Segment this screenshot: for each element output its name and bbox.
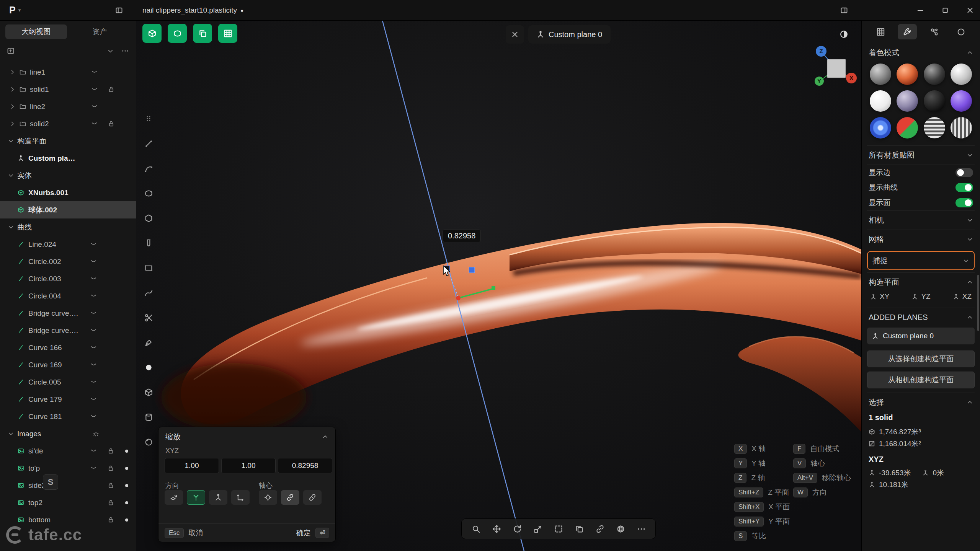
shading-purple[interactable] — [951, 90, 972, 112]
hide-toggle-icon[interactable] — [87, 293, 100, 299]
render-sphere-button[interactable] — [615, 523, 626, 535]
hide-toggle-icon[interactable] — [87, 241, 100, 248]
search-button[interactable] — [470, 523, 482, 535]
toolstrip-drag-handle[interactable] — [141, 111, 156, 126]
hide-toggle-icon[interactable] — [87, 413, 100, 420]
tree-item-image[interactable]: side2 — [0, 477, 136, 494]
pivot-unlink-button[interactable] — [303, 490, 322, 505]
hide-toggle-icon[interactable] — [87, 362, 100, 368]
direction-plane-button[interactable] — [165, 490, 183, 505]
tab-outline[interactable]: 大纲视图 — [5, 24, 67, 39]
command-grid-button[interactable] — [218, 24, 237, 43]
show-curves-toggle[interactable] — [956, 183, 973, 192]
navigation-gizmo[interactable]: Z Y X — [811, 43, 859, 91]
hide-toggle-icon[interactable] — [87, 396, 100, 403]
rotate-tool-button[interactable] — [511, 523, 523, 535]
gizmo-cube-face[interactable] — [828, 60, 845, 77]
hide-toggle-icon[interactable] — [87, 310, 100, 316]
render-circle-button[interactable] — [952, 24, 971, 39]
cylinder-tool-button[interactable] — [141, 409, 156, 425]
command-patch-button[interactable] — [168, 24, 187, 43]
tree-item-curve[interactable]: Curve 166 — [0, 339, 136, 356]
tree-item-curve[interactable]: Circle.002 — [0, 253, 136, 270]
lock-icon[interactable] — [104, 465, 117, 471]
shading-black[interactable] — [924, 90, 945, 112]
box-tool-button[interactable] — [141, 385, 156, 400]
scale-y-input[interactable] — [221, 458, 276, 473]
lock-icon[interactable] — [104, 517, 117, 523]
tree-item-curve[interactable]: Circle.003 — [0, 270, 136, 287]
direction-plane-axis-button[interactable] — [209, 490, 227, 505]
hide-toggle-icon[interactable] — [87, 327, 100, 334]
shading-copper[interactable] — [897, 64, 918, 85]
show-faces-toggle[interactable] — [956, 198, 973, 207]
hide-toggle-icon[interactable] — [88, 103, 101, 110]
tree-section-construction-planes[interactable]: 构造平面 — [0, 132, 136, 150]
curve-tool-button[interactable] — [141, 161, 156, 176]
images-visibility-off-icon[interactable] — [89, 430, 102, 437]
chevron-right-icon[interactable] — [9, 121, 16, 127]
chevron-down-icon[interactable] — [8, 172, 14, 179]
model-nail-clipper[interactable] — [161, 223, 861, 432]
section-snap[interactable]: 捕捉 — [871, 252, 971, 269]
pivot-center-button[interactable] — [259, 490, 277, 505]
tree-item-curve[interactable]: Circle.004 — [0, 287, 136, 305]
hide-toggle-icon[interactable] — [87, 276, 100, 282]
tab-assets[interactable]: 资产 — [69, 24, 131, 39]
tree-item-plane[interactable]: Custom plane 0 — [0, 150, 136, 167]
lock-icon[interactable] — [104, 482, 117, 489]
trim-tool-button[interactable] — [141, 310, 156, 325]
chevron-down-icon[interactable] — [8, 430, 14, 437]
shading-red-green[interactable] — [897, 117, 918, 139]
circle-tool-button[interactable] — [141, 360, 156, 375]
more-options-button[interactable] — [635, 523, 647, 535]
marquee-select-button[interactable] — [553, 523, 564, 535]
tree-item-curve[interactable]: Circle.005 — [0, 373, 136, 391]
modeling-settings-button[interactable] — [898, 24, 917, 39]
chevron-right-icon[interactable] — [9, 69, 16, 75]
tree-item-image[interactable]: to'p — [0, 460, 136, 477]
maximize-button[interactable] — [937, 3, 954, 18]
plane-pill-close-button[interactable] — [506, 25, 524, 44]
tree-item-curve[interactable]: Bridge curve.0... — [0, 305, 136, 322]
lock-icon[interactable] — [104, 448, 117, 454]
contrast-toggle-button[interactable] — [835, 26, 852, 42]
lock-icon[interactable] — [104, 499, 117, 506]
section-selection[interactable]: 选择 — [867, 393, 975, 412]
line-tool-button[interactable] — [141, 136, 156, 151]
collapse-all-button[interactable] — [107, 48, 114, 54]
duplicate-button[interactable] — [573, 523, 585, 535]
tree-section-images[interactable]: Images — [0, 425, 136, 442]
hide-toggle-icon[interactable] — [88, 86, 101, 93]
minimize-button[interactable] — [912, 3, 929, 18]
shading-blue-matcap[interactable] — [870, 117, 891, 139]
lock-icon[interactable] — [105, 121, 118, 127]
chevron-right-icon[interactable] — [9, 103, 16, 110]
shading-purple-gray[interactable] — [897, 90, 918, 112]
shading-white[interactable] — [870, 90, 891, 112]
pipe-tool-button[interactable] — [141, 235, 156, 251]
right-sidebar-toggle-button[interactable] — [838, 4, 851, 16]
confirm-button[interactable]: 确定 — [296, 528, 311, 538]
create-plane-from-selection-button[interactable]: 从选择创建构造平面 — [867, 350, 975, 367]
tree-item-solid[interactable]: XNurbs.001 — [0, 184, 136, 201]
tree-item-group[interactable]: line1 — [0, 64, 136, 81]
chevron-right-icon[interactable] — [9, 86, 16, 93]
tree-item-image[interactable]: top2 — [0, 494, 136, 511]
pen-tool-button[interactable] — [141, 335, 156, 350]
add-group-button[interactable] — [7, 47, 15, 55]
plane-yz-button[interactable]: YZ — [911, 292, 930, 301]
left-sidebar-toggle-button[interactable] — [113, 4, 126, 16]
lock-icon[interactable] — [105, 86, 118, 93]
nodes-button[interactable] — [925, 24, 944, 39]
scale-x-input[interactable] — [165, 458, 219, 473]
section-construction-plane[interactable]: 构造平面 — [867, 272, 975, 292]
tree-item-curve[interactable]: Curve 169 — [0, 356, 136, 373]
material-tool-button[interactable] — [141, 434, 156, 450]
chevron-down-icon[interactable] — [8, 138, 14, 144]
hide-toggle-icon[interactable] — [88, 69, 101, 75]
hide-toggle-icon[interactable] — [87, 465, 100, 471]
tree-item-image[interactable]: si'de — [0, 442, 136, 460]
patch-tool-button[interactable] — [141, 186, 156, 201]
section-added-planes[interactable]: ADDED PLANES — [867, 308, 975, 327]
